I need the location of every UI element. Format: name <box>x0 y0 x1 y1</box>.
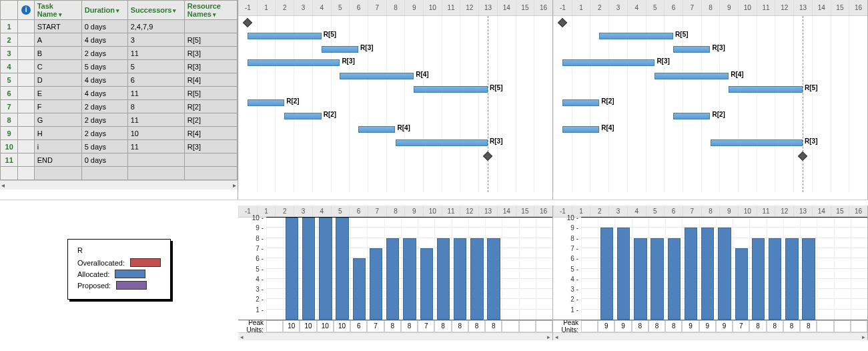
cell-task-name[interactable]: A <box>34 33 81 47</box>
cell-task-name[interactable]: B <box>34 47 81 60</box>
table-row[interactable]: 1START0 days2,4,7,9 <box>1 20 238 33</box>
col-resource-names[interactable]: Resource Names▾ <box>184 1 237 20</box>
gantt-body[interactable]: R[5]R[3]R[3]R[4]R[5]R[2]R[2]R[4]R[3] <box>238 16 552 192</box>
table-row[interactable]: 5D4 days6R[4] <box>1 73 238 87</box>
gantt-bar[interactable] <box>396 139 488 146</box>
gantt-chart-right[interactable]: -112345678910111213141516R[5]R[3]R[3]R[4… <box>553 0 868 200</box>
gantt-bar[interactable] <box>248 33 322 39</box>
cell-duration[interactable]: 0 days <box>81 20 127 33</box>
gantt-bar[interactable] <box>673 113 710 119</box>
histogram-bar[interactable] <box>701 228 714 320</box>
cell-task-name[interactable]: START <box>34 20 81 33</box>
gantt-bar[interactable] <box>248 99 284 106</box>
gantt-bar[interactable] <box>248 59 340 66</box>
histogram-chart[interactable]: 10 -9 -8 -7 -6 -5 -4 -3 -2 -1 - <box>553 218 867 320</box>
table-row[interactable]: 11END0 days <box>1 153 238 167</box>
histogram-bar[interactable] <box>802 238 815 320</box>
cell-duration[interactable]: 2 days <box>81 100 127 113</box>
cell-successors[interactable]: 8 <box>127 100 184 113</box>
table-row[interactable]: 8G2 days11R[2] <box>1 113 238 127</box>
gantt-bar[interactable] <box>340 73 414 79</box>
col-duration[interactable]: Duration▾ <box>81 1 127 20</box>
histogram-bar[interactable] <box>487 238 500 320</box>
gantt-body[interactable]: R[5]R[3]R[3]R[4]R[5]R[2]R[2]R[4]R[3] <box>553 16 867 192</box>
milestone[interactable] <box>243 18 252 27</box>
gantt-bar[interactable] <box>322 46 358 53</box>
gantt-bar[interactable] <box>599 33 673 39</box>
histogram-bar[interactable] <box>668 238 681 320</box>
gantt-bar[interactable] <box>673 46 710 53</box>
cell-duration[interactable]: 5 days <box>81 60 127 73</box>
table-row[interactable]: 2A4 days3R[5] <box>1 33 238 47</box>
cell-successors[interactable]: 2,4,7,9 <box>127 20 184 33</box>
table-h-scrollbar[interactable]: ◂▸ <box>0 180 238 190</box>
cell-task-name[interactable]: E <box>34 87 81 100</box>
cell-resource[interactable] <box>184 153 237 167</box>
cell-resource[interactable]: R[4] <box>184 127 237 140</box>
gantt-bar[interactable] <box>284 113 321 119</box>
histogram-bar[interactable] <box>370 248 382 320</box>
cell-resource[interactable]: R[2] <box>184 100 237 113</box>
cell-task-name[interactable]: G <box>34 113 81 127</box>
histogram-bar[interactable] <box>454 238 466 320</box>
cell-duration[interactable]: 2 days <box>81 47 127 60</box>
table-row[interactable]: 9H2 days10R[4] <box>1 127 238 140</box>
histogram-right[interactable]: -11234567891011121314151610 -9 -8 -7 -6 … <box>553 206 868 340</box>
histogram-bar[interactable] <box>617 228 630 320</box>
cell-duration[interactable]: 0 days <box>81 153 127 167</box>
histogram-left[interactable]: -11234567891011121314151610 -9 -8 -7 -6 … <box>238 206 553 340</box>
cell-resource[interactable] <box>184 20 237 33</box>
cell-resource[interactable]: R[3] <box>184 47 237 60</box>
histogram-chart[interactable]: 10 -9 -8 -7 -6 -5 -4 -3 -2 -1 - <box>238 218 552 320</box>
table-row[interactable]: 6E4 days11R[5] <box>1 87 238 100</box>
cell-successors[interactable] <box>127 153 184 167</box>
cell-duration[interactable]: 4 days <box>81 33 127 47</box>
table-row[interactable]: 4C5 days5R[3] <box>1 60 238 73</box>
cell-resource[interactable]: R[5] <box>184 33 237 47</box>
milestone[interactable] <box>483 151 492 161</box>
cell-task-name[interactable]: END <box>34 153 81 167</box>
cell-resource[interactable]: R[5] <box>184 87 237 100</box>
info-column-header[interactable]: i <box>18 1 34 20</box>
histogram-bar[interactable] <box>634 238 646 320</box>
cell-task-name[interactable]: C <box>34 60 81 73</box>
histogram-bar[interactable] <box>685 228 697 320</box>
table-row[interactable]: 3B2 days11R[3] <box>1 47 238 60</box>
cell-successors[interactable]: 3 <box>127 33 184 47</box>
gantt-bar[interactable] <box>729 86 803 93</box>
cell-resource[interactable]: R[3] <box>184 140 237 153</box>
cell-successors[interactable]: 11 <box>127 113 184 127</box>
histogram-bar[interactable] <box>650 238 663 320</box>
col-task-name[interactable]: Task Name▾ <box>34 1 81 20</box>
cell-duration[interactable]: 5 days <box>81 140 127 153</box>
gantt-bar[interactable] <box>562 99 599 106</box>
gantt-bar[interactable] <box>655 73 729 79</box>
histogram-bar[interactable] <box>437 238 450 320</box>
cell-resource[interactable]: R[4] <box>184 73 237 87</box>
cell-task-name[interactable]: i <box>34 140 81 153</box>
gantt-chart-left[interactable]: -112345678910111213141516R[5]R[3]R[3]R[4… <box>238 0 553 200</box>
cell-task-name[interactable]: D <box>34 73 81 87</box>
histogram-bar[interactable] <box>403 238 416 320</box>
cell-duration[interactable]: 2 days <box>81 127 127 140</box>
histogram-bar[interactable] <box>470 238 483 320</box>
gantt-bar[interactable] <box>414 86 488 93</box>
gantt-bar[interactable] <box>562 59 655 66</box>
table-row[interactable]: 10i5 days11R[3] <box>1 140 238 153</box>
milestone[interactable] <box>798 151 807 161</box>
cell-resource[interactable]: R[3] <box>184 60 237 73</box>
cell-successors[interactable]: 11 <box>127 87 184 100</box>
gantt-bar[interactable] <box>711 139 803 146</box>
histogram-bar[interactable] <box>769 238 781 320</box>
histogram-bar[interactable] <box>302 218 315 320</box>
histogram-bar[interactable] <box>718 228 731 320</box>
table-row[interactable]: 7F2 days8R[2] <box>1 100 238 113</box>
histogram-h-scrollbar[interactable]: ◂▸ <box>238 332 552 340</box>
cell-duration[interactable]: 4 days <box>81 87 127 100</box>
cell-duration[interactable]: 2 days <box>81 113 127 127</box>
histogram-bar[interactable] <box>386 238 399 320</box>
histogram-bar[interactable] <box>336 218 348 320</box>
cell-task-name[interactable]: F <box>34 100 81 113</box>
cell-duration[interactable]: 4 days <box>81 73 127 87</box>
histogram-bar[interactable] <box>735 248 748 320</box>
